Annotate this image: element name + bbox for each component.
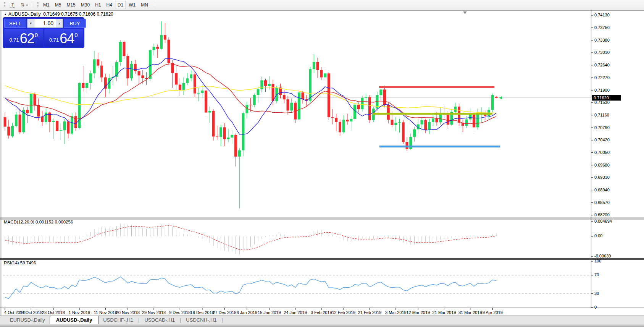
tab-separator: | (222, 317, 223, 323)
svg-text:0.73750: 0.73750 (594, 25, 610, 30)
chart-symbol-label: AUDUSD-,Daily (8, 11, 41, 17)
svg-text:30: 30 (594, 291, 599, 296)
volume-control: ▼ ▲ (27, 19, 63, 28)
svg-text:0.00: 0.00 (594, 233, 602, 238)
text-periods-button[interactable]: T (7, 1, 18, 9)
svg-text:21 Mar 2019: 21 Mar 2019 (433, 310, 456, 315)
svg-text:0.71530: 0.71530 (594, 100, 610, 105)
buy-price-display[interactable]: 0.71640 (44, 29, 83, 47)
svg-text:20 Nov 2018: 20 Nov 2018 (116, 310, 140, 315)
volume-increase-button[interactable]: ▲ (56, 19, 63, 28)
svg-text:9 Dec 2018: 9 Dec 2018 (169, 310, 190, 315)
svg-text:3 Mar 2019: 3 Mar 2019 (385, 310, 407, 315)
price-chart-svg: 0.741300.737500.733800.730100.726400.722… (0, 10, 644, 316)
svg-text:0.004694: 0.004694 (594, 219, 612, 223)
svg-text:0.71620: 0.71620 (594, 96, 609, 100)
svg-text:0.72270: 0.72270 (594, 75, 610, 80)
svg-text:0.70420: 0.70420 (594, 138, 610, 142)
svg-text:0.69680: 0.69680 (594, 163, 610, 167)
timeframe-m5[interactable]: M5 (52, 1, 64, 9)
one-click-trading-panel: SELL ▼ ▲ BUY 0.71620 0.71640 (3, 18, 84, 48)
svg-text:9 Apr 2019: 9 Apr 2019 (483, 310, 503, 315)
svg-text:0.74130: 0.74130 (594, 13, 610, 17)
svg-text:0.69310: 0.69310 (594, 175, 610, 180)
svg-text:-0.00639: -0.00639 (594, 254, 611, 258)
svg-text:0: 0 (594, 305, 597, 309)
chart-canvas[interactable]: 0.741300.737500.733800.730100.726400.722… (0, 10, 644, 316)
buy-price-sup: 0 (74, 32, 77, 38)
volume-decrease-button[interactable]: ▼ (27, 19, 34, 28)
svg-text:23 Oct 2018: 23 Oct 2018 (42, 310, 65, 315)
rsi-indicator-label: RSI(14) 59.7496 (4, 261, 36, 265)
svg-text:12 Feb 2019: 12 Feb 2019 (332, 310, 355, 315)
timeframe-m30[interactable]: M30 (78, 1, 92, 9)
svg-text:1 Nov 2018: 1 Nov 2018 (69, 310, 90, 315)
buy-button[interactable]: BUY (64, 19, 86, 28)
arrange-charts-button[interactable]: ⇅ ▼ (18, 1, 31, 9)
timeframe-mn[interactable]: MN (138, 1, 151, 9)
sell-price-big: 62 (20, 32, 34, 45)
svg-text:0.72640: 0.72640 (594, 63, 610, 67)
window-bottom-strip (0, 324, 644, 327)
volume-input[interactable] (34, 19, 56, 28)
chart-tab-audusd-daily[interactable]: AUDUSD-,Daily (50, 316, 99, 324)
tab-separator: | (138, 317, 139, 323)
buy-price-big: 64 (60, 32, 74, 45)
svg-text:0.70050: 0.70050 (594, 150, 610, 155)
chart-tab-usdcnh-h1[interactable]: USDCNH-,H1 (181, 316, 221, 324)
svg-text:6 Jan 2019: 6 Jan 2019 (237, 310, 257, 315)
macd-indicator-label: MACD(12,26,9) 0.001152 0.000256 (4, 220, 73, 224)
svg-text:27 Dec 2018: 27 Dec 2018 (213, 310, 236, 315)
tab-separator: | (180, 317, 181, 323)
svg-text:3 Feb 2019: 3 Feb 2019 (311, 310, 332, 315)
svg-text:0.70790: 0.70790 (594, 125, 610, 130)
svg-text:0.73380: 0.73380 (594, 38, 610, 42)
svg-text:100: 100 (594, 259, 601, 263)
svg-text:0.71160: 0.71160 (594, 113, 609, 117)
svg-text:0.68200: 0.68200 (594, 212, 610, 217)
timeframe-m1[interactable]: M1 (40, 1, 52, 9)
toolbar-grip[interactable] (4, 2, 5, 8)
timeframe-w1[interactable]: W1 (126, 1, 138, 9)
toolbar-grip[interactable] (37, 2, 39, 8)
svg-text:18 Dec 2018: 18 Dec 2018 (190, 310, 214, 315)
timeframe-m15[interactable]: M15 (64, 1, 78, 9)
sell-button[interactable]: SELL (4, 19, 26, 28)
chart-tab-usdchf-h1[interactable]: USDCHF-,H1 (98, 316, 138, 324)
chart-title: ▲AUDUSD-,Daily 0.71649 0.71675 0.71606 0… (4, 11, 113, 17)
timeframe-toolbar: T ⇅ ▼ M1M5M15M30H1H4D1W1MN (0, 0, 644, 10)
toolbar-separator (33, 1, 33, 9)
svg-text:31 Mar 2019: 31 Mar 2019 (458, 310, 482, 315)
chart-ohlc-values: 0.71649 0.71675 0.71606 0.71620 (43, 11, 113, 17)
text-tool-icon: T (10, 3, 15, 8)
triangle-down-icon: ▼ (29, 22, 32, 25)
svg-text:70: 70 (594, 272, 599, 277)
buy-price-prefix: 0.71 (49, 37, 59, 43)
dropdown-caret-icon: ▼ (26, 4, 28, 6)
chart-tab-bar: EURUSD-,DailyAUDUSD-,DailyUSDCHF-,H1|USD… (0, 316, 644, 324)
sell-price-display[interactable]: 0.71620 (4, 29, 43, 47)
chart-tab-eurusd-daily[interactable]: EURUSD-,Daily (5, 316, 50, 324)
arrange-arrows-icon: ⇅ (21, 2, 24, 8)
svg-text:24 Jan 2019: 24 Jan 2019 (284, 310, 307, 315)
svg-text:11 Nov 2018: 11 Nov 2018 (94, 310, 118, 315)
svg-text:0.71900: 0.71900 (594, 88, 610, 92)
triangle-up-icon: ▲ (58, 22, 61, 25)
timeframe-button-group: M1M5M15M30H1H4D1W1MN (40, 1, 151, 9)
timeframe-h1[interactable]: H1 (92, 1, 103, 9)
chart-tab-usdcad-h1[interactable]: USDCAD-,H1 (140, 316, 179, 324)
toolbar-separator (153, 1, 153, 9)
svg-text:21 Feb 2019: 21 Feb 2019 (358, 310, 382, 315)
svg-text:0.73010: 0.73010 (594, 50, 610, 55)
svg-text:0.68940: 0.68940 (594, 188, 610, 192)
svg-text:14 Oct 2018: 14 Oct 2018 (19, 310, 42, 315)
sell-price-sup: 0 (35, 32, 38, 38)
symbol-marker-icon: ▲ (4, 13, 7, 16)
timeframe-h4[interactable]: H4 (103, 1, 115, 9)
svg-text:15 Jan 2019: 15 Jan 2019 (258, 310, 281, 315)
svg-text:29 Nov 2018: 29 Nov 2018 (142, 310, 166, 315)
svg-text:12 Mar 2019: 12 Mar 2019 (406, 310, 430, 315)
svg-text:0.68570: 0.68570 (594, 200, 610, 205)
sell-price-prefix: 0.71 (9, 37, 19, 43)
timeframe-d1[interactable]: D1 (115, 1, 126, 9)
